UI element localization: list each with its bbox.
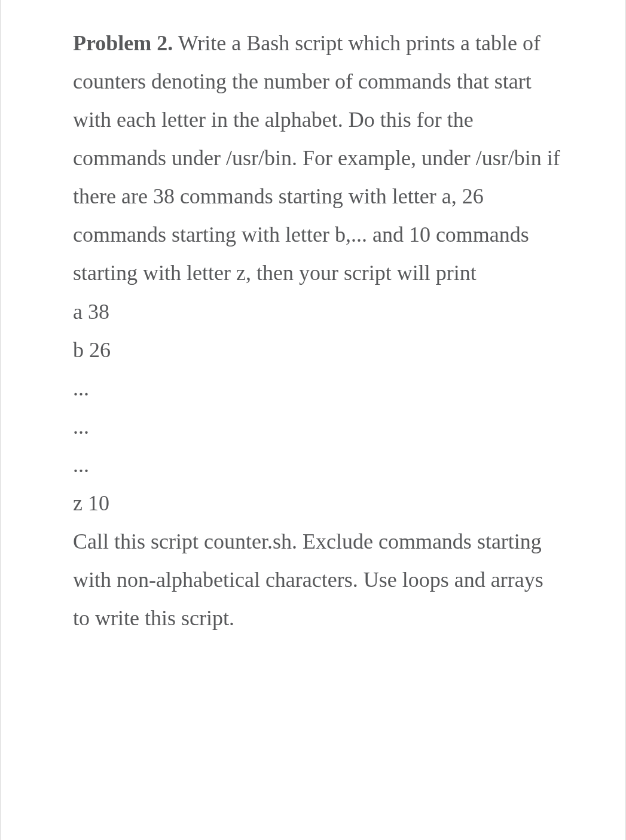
example-output-line: ... xyxy=(73,369,565,407)
example-output-line: a 38 xyxy=(73,293,565,331)
problem-body: Write a Bash script which prints a table… xyxy=(73,31,560,285)
example-output-line: z 10 xyxy=(73,484,565,522)
example-output-line: b 26 xyxy=(73,331,565,369)
problem-block: Problem 2. Write a Bash script which pri… xyxy=(73,24,565,637)
problem-label: Problem 2. xyxy=(73,31,173,55)
problem-paragraph: Problem 2. Write a Bash script which pri… xyxy=(73,24,565,293)
page-container: Problem 2. Write a Bash script which pri… xyxy=(0,0,626,840)
example-output-line: ... xyxy=(73,446,565,484)
problem-tail: Call this script counter.sh. Exclude com… xyxy=(73,522,565,637)
example-output-line: ... xyxy=(73,407,565,446)
